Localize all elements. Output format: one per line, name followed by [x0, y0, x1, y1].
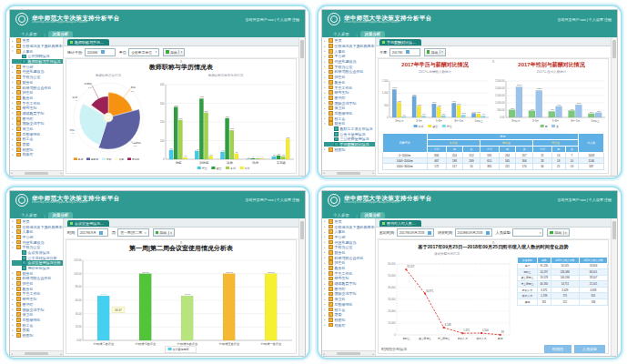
sidebar-item[interactable]: ▸档案馆: [12, 152, 63, 157]
svg-text:5~8千: 5~8千: [552, 119, 559, 123]
sidebar-item[interactable]: ▸全校现况及下属机构基本情况: [12, 224, 63, 229]
svg-text:320: 320: [130, 90, 135, 93]
sidebar-horizontal-scrollbar[interactable]: ◂▸: [10, 350, 63, 356]
svg-text:3~5千: 3~5千: [532, 119, 539, 123]
document-tab[interactable]: 教师职称与学历…: [67, 39, 109, 46]
sidebar-item[interactable]: ▸档案馆: [324, 322, 375, 328]
folder-icon: [329, 323, 333, 328]
tab-decision-analysis[interactable]: 决策分析: [360, 212, 386, 218]
chevron-down-icon[interactable]: ▾: [563, 231, 567, 235]
folder-icon: [329, 86, 333, 90]
svg-text:2: 2: [248, 157, 249, 159]
tab-personal-desktop[interactable]: 个人桌面: [329, 31, 354, 37]
chevron-down-icon[interactable]: ▾: [168, 231, 172, 235]
reader-count-table: 读者类型总数前6月入馆人次数后6月入馆人次数总计91,23050,52553,9…: [517, 257, 608, 306]
calendar-icon[interactable]: [486, 231, 490, 235]
export-button[interactable]: 导出▾: [547, 228, 569, 237]
folder-icon: [329, 65, 333, 69]
svg-text:220: 220: [226, 116, 230, 118]
select-input[interactable]: 全校教学单位▾: [128, 48, 159, 56]
toggle-button[interactable]: 人员类型: [574, 345, 605, 353]
calendar-icon[interactable]: [101, 50, 105, 54]
svg-text:300: 300: [160, 102, 165, 106]
svg-text:8千~1万: 8千~1万: [571, 119, 581, 123]
sidebar-tree: ▸首页▸全校现况及下属机构基本情况▸人事处▸平台部▸信息化建设办▾学校办公室会议…: [10, 218, 64, 357]
date-input[interactable]: 2016年: [85, 48, 116, 56]
content-vertical-scrollbar[interactable]: [611, 218, 617, 357]
document-tab[interactable]: 学历薪酬对比情…: [379, 39, 421, 46]
export-icon: [156, 231, 159, 235]
svg-text:本科: 本科: [230, 167, 236, 170]
export-button[interactable]: 导出▾: [163, 48, 185, 56]
content-vertical-scrollbar[interactable]: [298, 37, 305, 176]
chevron-down-icon[interactable]: ▾: [537, 231, 541, 235]
calendar-icon[interactable]: [428, 231, 431, 235]
tab-personal-desktop[interactable]: 个人桌面: [16, 31, 42, 37]
chevron-down-icon[interactable]: ▾: [178, 50, 182, 54]
report-area: ∧第一周|第二周会议室使用情况分析表0.0020.0040.0060.0080.…: [66, 239, 297, 355]
sidebar-item[interactable]: ▸全校现况及下属机构基本情况: [12, 44, 63, 49]
user-session-links[interactable]: 当前登录用户:xxx | 个人设置 注销: [558, 197, 612, 202]
user-session-links[interactable]: 当前登录用户:xxx | 个人设置 注销: [558, 17, 612, 22]
svg-text:行政楼一会议室: 行政楼一会议室: [261, 341, 282, 345]
date-input[interactable]: 2017年9月: [77, 228, 108, 237]
folder-icon: [329, 260, 333, 265]
chevron-down-icon[interactable]: ▾: [440, 50, 443, 54]
svg-text:0.00: 0.00: [76, 339, 82, 342]
svg-text:40,000: 40,000: [388, 286, 396, 289]
chart-subtitle: 2017年薪酬段人数统计: [419, 70, 451, 74]
app-subtitle: University Decision Support Analysis Pla…: [344, 201, 432, 204]
document-tab[interactable]: 图书馆入馆人数…: [379, 220, 421, 227]
date-input[interactable]: 2017年09月25日: [397, 228, 434, 237]
tab-decision-analysis[interactable]: 决策分析: [48, 31, 74, 37]
toggle-button[interactable]: 时间段: [544, 345, 571, 353]
sidebar-horizontal-scrollbar[interactable]: ◂▸: [10, 170, 63, 176]
chart-subtitle: 教师职称与学历分布情况: [208, 74, 244, 77]
folder-icon: [329, 292, 333, 297]
sidebar-item[interactable]: ▸校医院: [324, 147, 375, 152]
folder-icon: [16, 281, 21, 286]
calendar-icon[interactable]: [406, 50, 410, 54]
user-session-links[interactable]: 当前登录用户:xxx | 个人设置 注销: [246, 197, 299, 202]
date-input[interactable]: 2017年: [389, 48, 420, 56]
chart-container: 教师职称与学历分布情况01002003004005028021010教授4532…: [154, 73, 297, 173]
tab-decision-analysis[interactable]: 决策分析: [360, 31, 386, 37]
sidebar-item[interactable]: ▸全校现况及下属机构基本情况: [324, 224, 375, 229]
folder-icon: [329, 59, 333, 64]
tab-personal-desktop[interactable]: 个人桌面: [16, 212, 42, 218]
content-vertical-scrollbar[interactable]: [298, 218, 305, 357]
chevron-down-icon[interactable]: ▾: [142, 231, 147, 235]
select-input[interactable]: ▾: [512, 228, 543, 237]
filter-label: 统计年份:: [67, 50, 83, 55]
collapse-handle-icon[interactable]: ∧: [491, 58, 495, 64]
svg-text:3千以下: 3千以下: [511, 119, 521, 123]
sidebar-horizontal-scrollbar[interactable]: ◂▸: [322, 350, 375, 356]
sidebar-horizontal-scrollbar[interactable]: ◂▸: [322, 170, 375, 176]
report-doc-icon: [22, 55, 26, 59]
sidebar-item[interactable]: ▸校医院: [12, 333, 63, 339]
document-tab[interactable]: 会议室使用情况…: [67, 220, 109, 227]
svg-text:20,000: 20,000: [388, 309, 396, 313]
calendar-icon[interactable]: [99, 231, 103, 235]
collapse-handle-icon[interactable]: ∧: [179, 239, 183, 245]
report-title: 教师职称与学历情况表: [68, 63, 294, 72]
filter-date-field: 年度:2017年: [379, 48, 420, 56]
user-session-links[interactable]: 当前登录用户:xxx | 个人设置 注销: [246, 17, 299, 22]
collapse-handle-icon[interactable]: ∧: [491, 239, 495, 245]
filter-date-field: 起始时间:2017年09月25日: [379, 228, 434, 237]
folder-icon: [16, 121, 21, 126]
select-input[interactable]: 第一周|第二周▾: [117, 228, 148, 237]
svg-text:未定级: 未定级: [132, 157, 139, 161]
svg-text:60,000: 60,000: [388, 262, 396, 266]
sidebar-item[interactable]: ▸全校现况及下属机构基本情况: [324, 44, 375, 49]
tab-personal-desktop[interactable]: 个人桌面: [329, 212, 354, 218]
chevron-down-icon[interactable]: ▾: [153, 50, 157, 54]
tab-decision-analysis[interactable]: 决策分析: [48, 212, 74, 218]
app-header: 华中师范大学决策支持分析平台 University Decision Suppo…: [10, 191, 305, 209]
export-button[interactable]: 导出▾: [424, 48, 446, 56]
export-button[interactable]: 导出▾: [153, 228, 175, 237]
date-input[interactable]: 2018年09月25日: [455, 228, 492, 237]
content-vertical-scrollbar[interactable]: [611, 37, 617, 176]
svg-text:15: 15: [273, 154, 276, 157]
collapse-handle-icon[interactable]: ∧: [179, 58, 183, 64]
